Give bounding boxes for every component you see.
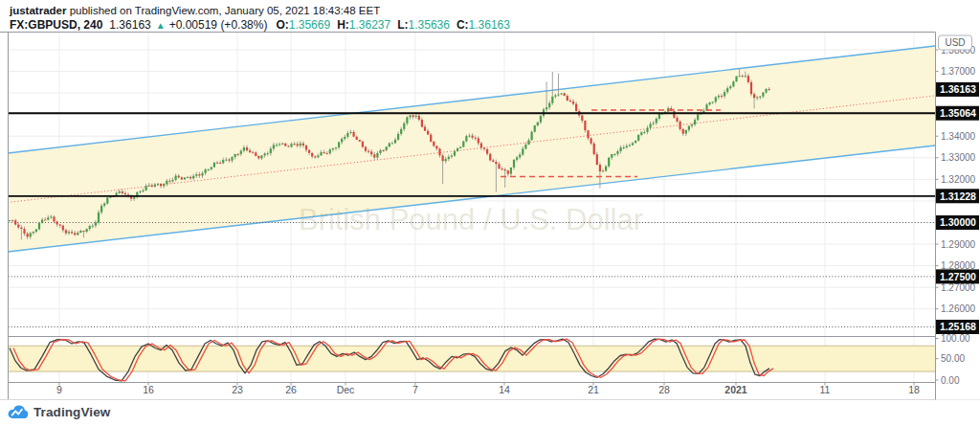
ohlc-value: 1.35636 xyxy=(409,18,450,33)
last-price: 1.36163 xyxy=(109,18,150,33)
symbol-watermark: British Pound / U.S. Dollar xyxy=(299,203,643,236)
time-axis[interactable]: 9162326Dec714212820211118 xyxy=(56,383,920,396)
time-label: 9 xyxy=(56,384,62,395)
ohlc-label: C: xyxy=(457,18,469,33)
symbol-title: FX:GBPUSD, 240 xyxy=(10,18,102,33)
currency-button[interactable]: USD xyxy=(939,35,972,50)
price-axis[interactable]: 1.380001.370001.340001.330001.320001.290… xyxy=(936,33,980,400)
header: justatrader published on TradingView.com… xyxy=(10,4,510,33)
author-name: justatrader xyxy=(10,5,66,16)
time-label: 16 xyxy=(143,384,154,395)
oscillator-tick-label: 50.00 xyxy=(941,353,965,364)
price-badge-label: 1.27500 xyxy=(940,271,976,282)
ohlc-label: O: xyxy=(276,18,288,33)
price-tick-label: 1.33000 xyxy=(941,152,976,163)
time-label: 26 xyxy=(285,384,297,395)
dotted-price-levels xyxy=(9,222,936,326)
price-tick-label: 1.34000 xyxy=(941,131,976,142)
oscillator-tick-label: 0.00 xyxy=(941,375,960,386)
price-change: +0.00519 (+0.38%) xyxy=(169,18,268,33)
ohlc-value: 1.36237 xyxy=(349,18,390,33)
price-tick-label: 1.29000 xyxy=(941,239,976,250)
time-label: 28 xyxy=(658,384,670,395)
price-tick-label: 1.32000 xyxy=(941,174,976,185)
footer: TradingView xyxy=(8,405,110,419)
price-badge-label: 1.25168 xyxy=(940,321,976,332)
published-text: published on TradingView.com, January 05… xyxy=(66,5,380,16)
price-tick-label: 1.26000 xyxy=(941,303,976,314)
tradingview-logo-icon[interactable] xyxy=(8,405,29,419)
ohlc-label: H: xyxy=(337,18,349,33)
time-label: 23 xyxy=(232,384,243,395)
price-badge-label: 1.36163 xyxy=(940,83,976,95)
ohlc-value: 1.36163 xyxy=(469,18,510,33)
price-badge-label: 1.31228 xyxy=(940,191,976,202)
time-label: Dec xyxy=(337,384,355,395)
time-label: 18 xyxy=(908,384,920,395)
stochastic-pane xyxy=(9,339,936,381)
up-arrow-icon: ▲ xyxy=(156,18,166,33)
time-label: 14 xyxy=(499,384,510,395)
oscillator-tick-label: 100.00 xyxy=(941,333,970,344)
chart-canvas[interactable]: British Pound / U.S. Dollar1.380001.3700… xyxy=(0,0,980,426)
ohlc-label: L: xyxy=(397,18,408,33)
symbol-info-line: FX:GBPUSD, 240 1.36163 ▲ +0.00519 (+0.38… xyxy=(10,18,510,33)
price-badge-label: 1.35064 xyxy=(940,107,976,119)
price-tick-label: 1.37000 xyxy=(941,66,976,77)
time-label: 11 xyxy=(820,384,831,395)
ohlc-value: 1.35669 xyxy=(289,18,330,33)
ascending-channel: British Pound / U.S. Dollar xyxy=(8,46,935,252)
ohlc-values: O:1.35669H:1.36237L:1.35636C:1.36163 xyxy=(269,18,510,33)
publish-info-line: justatrader published on TradingView.com… xyxy=(10,4,510,18)
time-label: 21 xyxy=(588,384,599,395)
currency-label: USD xyxy=(945,37,965,48)
time-label: 7 xyxy=(412,384,418,395)
time-label: 2021 xyxy=(724,384,747,395)
price-badge-label: 1.30000 xyxy=(940,216,976,228)
tradingview-brand-text[interactable]: TradingView xyxy=(33,405,110,419)
